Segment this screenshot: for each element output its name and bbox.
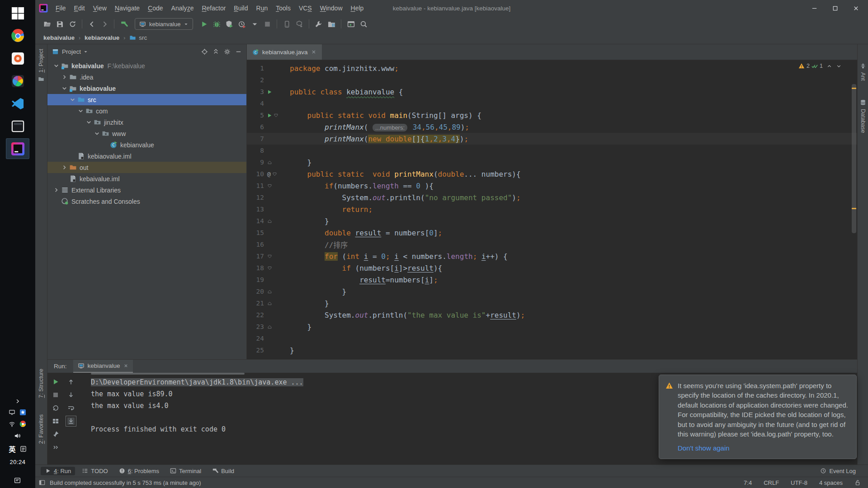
gutter[interactable]: 13 <box>247 203 286 215</box>
run-with-coverage-button[interactable] <box>223 18 236 30</box>
gutter[interactable]: 1 <box>247 62 286 74</box>
tree-item-jinzhitx[interactable]: jinzhitx <box>47 117 246 128</box>
run-button[interactable] <box>198 18 210 30</box>
fold-region-end-icon[interactable] <box>267 301 272 306</box>
view-options-button[interactable] <box>224 48 231 55</box>
minimize-button[interactable] <box>806 0 826 16</box>
sidebar-item-favorites[interactable]: 2: Favorites <box>38 414 44 444</box>
project-structure-button[interactable] <box>325 18 338 30</box>
breadcrumb-kebaivalue[interactable]: kebaivalue <box>43 34 75 41</box>
gutter[interactable]: 8 <box>247 145 286 156</box>
tree-chevron-down-icon[interactable] <box>77 108 84 114</box>
tool-window-button-todo[interactable]: TODO <box>78 467 112 475</box>
taskbar-dark-window-app[interactable] <box>6 116 29 136</box>
close-tab-icon[interactable] <box>123 363 128 368</box>
tool-window-button-terminal[interactable]: Terminal <box>166 467 205 475</box>
gutter[interactable]: 4 <box>247 98 286 109</box>
sidebar-item-project[interactable]: 1: Project <box>38 49 44 85</box>
gutter[interactable]: 20 <box>247 286 286 297</box>
gutter[interactable]: 21 <box>247 297 286 309</box>
fold-region-icon[interactable] <box>267 183 272 188</box>
sidebar-item-ant[interactable]: Ant <box>860 60 866 81</box>
scroll-to-end-button[interactable] <box>67 418 75 425</box>
back-button[interactable] <box>85 18 98 30</box>
fold-region-icon[interactable] <box>272 172 277 177</box>
fold-region-end-icon[interactable] <box>267 289 272 294</box>
gutter[interactable]: 6 <box>247 121 286 133</box>
sidebar-item-database[interactable]: Database <box>860 96 866 133</box>
taskbar-vscode[interactable] <box>6 93 29 114</box>
deploy-button[interactable] <box>293 18 306 30</box>
tree-chevron-down-icon[interactable] <box>94 130 100 137</box>
tree-item-external-libraries[interactable]: External Libraries <box>47 184 246 196</box>
taskbar-app-orange[interactable] <box>6 48 29 69</box>
gutter[interactable]: 18 <box>247 262 286 274</box>
run-anything-button[interactable] <box>344 18 357 30</box>
tree-item-kebianvalue[interactable]: Ckebianvalue <box>47 139 246 150</box>
show-hidden-icons-chevron[interactable] <box>15 399 20 404</box>
next-problem-chevron-icon[interactable] <box>836 63 842 69</box>
gutter[interactable]: 22 <box>247 309 286 321</box>
forward-button[interactable] <box>98 18 111 30</box>
soft-wrap-button[interactable] <box>67 404 75 412</box>
code-editor[interactable]: 1package com.jinzhitx.www;23public class… <box>247 60 857 359</box>
tree-chevron-right-icon[interactable] <box>61 164 68 171</box>
tray-traypc[interactable] <box>9 409 15 416</box>
dont-show-again-link[interactable]: Don't show again <box>678 443 849 453</box>
tray-traystar[interactable] <box>19 409 26 416</box>
build-project-button[interactable] <box>118 18 130 30</box>
tool-window-button-build[interactable]: Build <box>208 467 238 475</box>
menu-navigate[interactable]: Navigate <box>111 5 144 12</box>
tool-window-button-event-log[interactable]: Event Log <box>816 467 860 475</box>
gutter[interactable]: 24 <box>247 333 286 344</box>
menu-run[interactable]: Run <box>252 5 272 12</box>
pin-tab-button[interactable] <box>52 431 59 438</box>
gutter[interactable]: 2 <box>247 74 286 86</box>
sidebar-item-structure[interactable]: 7: Structure <box>38 369 44 398</box>
indent-indicator[interactable]: 4 spaces <box>819 479 843 486</box>
menu-refactor[interactable]: Refactor <box>198 5 230 12</box>
gutter[interactable]: 16 <box>247 239 286 250</box>
profiler-dropdown-button[interactable] <box>248 18 261 30</box>
tree-chevron-down-icon[interactable] <box>61 85 68 92</box>
taskbar-start-button[interactable] <box>6 3 29 23</box>
fold-region-icon[interactable] <box>267 254 272 259</box>
tree-item-out[interactable]: out <box>47 162 246 173</box>
menu-code[interactable]: Code <box>144 5 167 12</box>
line-ending-indicator[interactable]: CRLF <box>764 479 779 486</box>
more-options-button[interactable] <box>52 444 59 451</box>
tree-chevron-down-icon[interactable] <box>53 62 60 69</box>
lock-icon[interactable] <box>854 479 861 486</box>
gutter[interactable]: 14 <box>247 215 286 227</box>
gutter[interactable]: 7 <box>247 133 286 145</box>
tree-item-kebiaovalue[interactable]: kebiaovalue <box>47 83 246 94</box>
tool-window-toggle-icon[interactable] <box>39 479 45 486</box>
gutter[interactable]: 17 <box>247 250 286 262</box>
hide-panel-button[interactable] <box>235 48 242 55</box>
collapse-all-button[interactable] <box>212 48 219 55</box>
breadcrumb-kebiaovalue[interactable]: kebiaovalue <box>85 34 119 41</box>
taskbar-clock[interactable]: 20:24 <box>9 459 25 465</box>
rerun-button[interactable] <box>52 378 59 385</box>
menu-tools[interactable]: Tools <box>272 5 295 12</box>
tray-speaker[interactable] <box>14 432 21 439</box>
run-gutter-icon[interactable] <box>267 113 272 118</box>
tree-item-com[interactable]: com <box>47 105 246 117</box>
synchronize-button[interactable] <box>66 18 79 30</box>
close-button[interactable] <box>847 0 868 16</box>
stop-button[interactable] <box>261 18 274 30</box>
menu-file[interactable]: File <box>52 5 70 12</box>
menu-help[interactable]: Help <box>347 5 368 12</box>
previous-problem-chevron-icon[interactable] <box>826 63 832 69</box>
close-tab-icon[interactable] <box>311 49 316 55</box>
fold-region-end-icon[interactable] <box>267 219 272 224</box>
project-panel-title[interactable]: Project <box>62 48 81 55</box>
up-stack-trace-button[interactable] <box>67 378 75 385</box>
gutter[interactable]: 12 <box>247 192 286 203</box>
tray-chromesmall[interactable] <box>19 421 26 427</box>
tree-item-src[interactable]: src <box>47 94 246 105</box>
search-everywhere-button[interactable] <box>357 18 370 30</box>
gutter[interactable]: 5 <box>247 109 286 121</box>
tray-wifi[interactable] <box>9 421 15 427</box>
chevron-down-icon[interactable] <box>83 49 88 54</box>
